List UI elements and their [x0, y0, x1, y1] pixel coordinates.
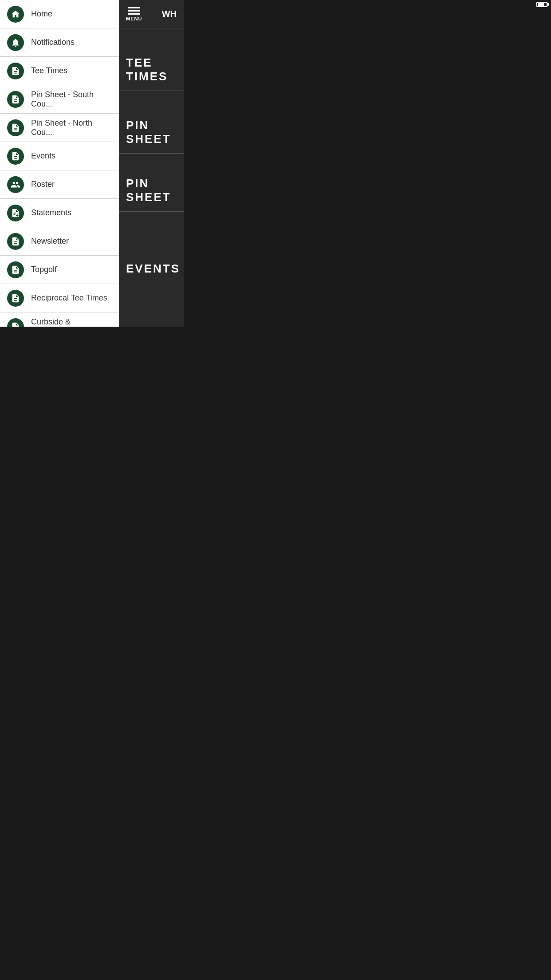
roster-icon-bg	[7, 176, 24, 193]
sidebar-item-tee-times[interactable]: Tee Times	[0, 57, 119, 85]
sidebar-item-newsletter-label: Newsletter	[31, 237, 69, 246]
statement-icon	[11, 208, 20, 218]
hamburger-line-3	[128, 13, 140, 15]
statements-icon-bg	[7, 205, 24, 221]
topgolf-icon-bg	[7, 261, 24, 278]
section-tee-times-title: TEE TIMES	[126, 56, 184, 83]
bell-icon-bg	[7, 34, 24, 51]
home-icon	[11, 9, 20, 19]
sidebar-item-pin-sheet-north[interactable]: Pin Sheet - North Cou...	[0, 114, 119, 142]
curbside-icon-bg	[7, 318, 24, 327]
sidebar-item-roster-label: Roster	[31, 180, 55, 189]
sidebar-item-pin-sheet-north-label: Pin Sheet - North Cou...	[31, 119, 112, 137]
sidebar-item-pin-sheet-south-label: Pin Sheet - South Cou...	[31, 90, 112, 109]
sidebar-item-home[interactable]: Home	[0, 0, 119, 28]
bell-icon	[11, 38, 20, 47]
sidebar-item-roster[interactable]: Roster	[0, 170, 119, 199]
section-pin-sheet-2-title: PIN SHEET	[126, 177, 184, 204]
person-icon	[11, 180, 20, 190]
hamburger-icon	[128, 7, 140, 15]
sidebar-item-notifications-label: Notifications	[31, 38, 75, 47]
document-icon-2	[11, 95, 20, 104]
sidebar: Home Notifications Tee Times Pin Sheet -…	[0, 0, 119, 327]
sidebar-item-topgolf[interactable]: Topgolf	[0, 256, 119, 284]
sidebar-item-reciprocal-tee-times-label: Reciprocal Tee Times	[31, 293, 107, 303]
club-abbreviation: WH	[162, 9, 177, 19]
section-tee-times[interactable]: TEE TIMES	[119, 28, 184, 91]
menu-label: MENU	[126, 16, 142, 21]
menu-button[interactable]: MENU	[126, 7, 142, 21]
sidebar-item-notifications[interactable]: Notifications	[0, 28, 119, 57]
sidebar-item-pin-sheet-south[interactable]: Pin Sheet - South Cou...	[0, 85, 119, 114]
sidebar-item-tee-times-label: Tee Times	[31, 66, 67, 75]
sidebar-item-home-label: Home	[31, 9, 52, 19]
pin-sheet-north-icon-bg	[7, 119, 24, 136]
sidebar-item-curbside-commissary[interactable]: Curbside & Commissary	[0, 312, 119, 327]
section-events[interactable]: EVENTS	[119, 212, 184, 283]
hamburger-line-2	[128, 10, 140, 12]
top-bar: MENU WH	[119, 0, 184, 28]
document-icon-8	[11, 322, 20, 327]
sidebar-item-events-label: Events	[31, 151, 55, 161]
section-pin-sheet-1[interactable]: PIN SHEET	[119, 91, 184, 153]
section-events-title: EVENTS	[126, 262, 180, 276]
document-icon-6	[11, 265, 20, 275]
pin-sheet-south-icon-bg	[7, 91, 24, 108]
hamburger-line-1	[128, 7, 140, 8]
sidebar-item-statements-label: Statements	[31, 208, 71, 217]
sidebar-item-curbside-commissary-label: Curbside & Commissary	[31, 317, 112, 327]
sidebar-item-events[interactable]: Events	[0, 142, 119, 170]
events-icon-bg	[7, 148, 24, 165]
newsletter-icon-bg	[7, 233, 24, 250]
home-icon-bg	[7, 6, 24, 23]
section-pin-sheet-2[interactable]: PIN SHEET	[119, 154, 184, 211]
sidebar-item-reciprocal-tee-times[interactable]: Reciprocal Tee Times	[0, 284, 119, 312]
sidebar-item-topgolf-label: Topgolf	[31, 265, 57, 274]
tee-times-icon-bg	[7, 63, 24, 79]
document-icon-4	[11, 151, 20, 161]
right-panel: MENU WH TEE TIMES PIN SHEET PIN SHEET EV…	[119, 0, 184, 327]
sidebar-item-newsletter[interactable]: Newsletter	[0, 227, 119, 256]
document-icon-5	[11, 237, 20, 246]
sidebar-item-statements[interactable]: Statements	[0, 199, 119, 227]
document-icon-3	[11, 123, 20, 133]
document-icon-1	[11, 66, 20, 76]
document-icon-7	[11, 293, 20, 303]
reciprocal-icon-bg	[7, 290, 24, 307]
section-pin-sheet-1-title: PIN SHEET	[126, 119, 184, 146]
